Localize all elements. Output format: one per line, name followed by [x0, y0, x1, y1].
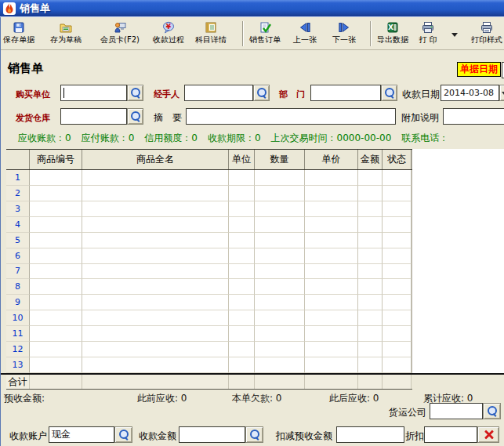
grid-cell[interactable]	[229, 279, 255, 295]
grid-cell[interactable]	[82, 342, 229, 357]
grid-cell[interactable]	[358, 279, 383, 295]
export-data-button[interactable]: X 导出数据	[375, 20, 411, 49]
grid-cell[interactable]	[358, 186, 383, 201]
grid-cell[interactable]	[358, 342, 383, 357]
grid-cell[interactable]	[30, 326, 82, 342]
column-header-2[interactable]: 商品全名	[82, 150, 229, 169]
grid-cell[interactable]	[383, 310, 412, 326]
table-row[interactable]: 12	[6, 342, 412, 357]
grid-cell[interactable]	[229, 357, 255, 373]
grid-cell[interactable]	[82, 264, 229, 280]
grid-cell[interactable]	[229, 170, 255, 186]
grid-cell[interactable]	[229, 201, 255, 217]
grid-cell[interactable]	[383, 326, 412, 342]
grid-cell[interactable]	[255, 357, 305, 373]
table-row[interactable]: 5	[6, 233, 412, 248]
summary-input[interactable]	[186, 108, 396, 125]
payment-account-lookup-button[interactable]	[114, 426, 132, 443]
grid-cell[interactable]	[383, 264, 412, 280]
grid-cell[interactable]	[305, 279, 358, 295]
grid-cell[interactable]	[255, 201, 305, 217]
payment-amount-lookup-button[interactable]	[245, 426, 263, 443]
table-row[interactable]: 8	[6, 279, 412, 295]
column-header-1[interactable]: 商品编号	[30, 150, 82, 169]
grid-cell[interactable]	[305, 326, 358, 342]
grid-cell[interactable]	[358, 248, 383, 264]
grid-cell[interactable]	[255, 326, 305, 342]
grid-cell[interactable]	[383, 217, 412, 233]
grid-cell[interactable]	[305, 170, 358, 186]
grid-cell[interactable]	[305, 310, 358, 326]
grid-cell[interactable]	[30, 201, 82, 217]
prev-button[interactable]: 上一张	[289, 20, 321, 49]
freight-lookup-button[interactable]	[483, 403, 501, 419]
grid-cell[interactable]	[255, 248, 305, 264]
save-button[interactable]: 保存单据	[1, 20, 37, 49]
grid-cell[interactable]	[229, 295, 255, 310]
column-header-4[interactable]: 数量	[255, 150, 305, 169]
table-row[interactable]: 4	[6, 217, 412, 233]
grid-cell[interactable]	[255, 295, 305, 310]
grid-cell[interactable]	[358, 326, 383, 342]
handler-lookup-button[interactable]	[253, 85, 270, 101]
sales-order-button[interactable]: 销售订单	[246, 20, 284, 49]
grid-cell[interactable]	[305, 264, 358, 280]
handler-input[interactable]	[184, 85, 253, 101]
table-row[interactable]: 2	[6, 186, 412, 201]
grid-cell[interactable]	[30, 186, 82, 201]
grid-cell[interactable]	[305, 357, 358, 373]
grid-cell[interactable]	[255, 342, 305, 357]
grid-cell[interactable]	[383, 248, 412, 264]
grid-cell[interactable]	[30, 233, 82, 248]
grid-cell[interactable]	[82, 279, 229, 295]
grid-cell[interactable]	[358, 295, 383, 310]
freight-company-input[interactable]	[430, 403, 483, 419]
payment-process-button[interactable]: ¥ 收款过程	[150, 20, 187, 49]
grid-cell[interactable]	[255, 279, 305, 295]
grid-cell[interactable]	[383, 279, 412, 295]
payment-amount-input[interactable]	[179, 426, 245, 443]
grid-cell[interactable]	[82, 326, 229, 342]
grid-cell[interactable]	[30, 342, 82, 357]
grid-cell[interactable]	[82, 248, 229, 264]
table-row[interactable]: 1	[6, 170, 412, 186]
grid-cell[interactable]	[358, 310, 383, 326]
department-lookup-button[interactable]	[381, 85, 397, 101]
grid-cell[interactable]	[30, 279, 82, 295]
grid-cell[interactable]	[358, 201, 383, 217]
row-number[interactable]: 12	[6, 342, 30, 357]
table-row[interactable]: 13	[6, 357, 412, 373]
grid-cell[interactable]	[82, 217, 229, 233]
account-detail-button[interactable]: 科目详情	[192, 20, 230, 49]
grid-cell[interactable]	[383, 201, 412, 217]
row-number[interactable]: 11	[6, 326, 30, 342]
warehouse-lookup-button[interactable]	[127, 108, 143, 125]
grid-cell[interactable]	[82, 295, 229, 310]
row-number[interactable]: 8	[6, 279, 30, 295]
grid-cell[interactable]	[305, 201, 358, 217]
grid-cell[interactable]	[255, 310, 305, 326]
grid-cell[interactable]	[30, 217, 82, 233]
column-header-6[interactable]: 金额	[358, 150, 383, 169]
grid-cell[interactable]	[383, 357, 412, 373]
grid-cell[interactable]	[358, 170, 383, 186]
grid-cell[interactable]	[30, 170, 82, 186]
save-draft-button[interactable]: 存为草稿	[48, 20, 84, 49]
table-row[interactable]: 7	[6, 264, 412, 280]
grid-cell[interactable]	[305, 342, 358, 357]
grid-cell[interactable]	[30, 295, 82, 310]
row-number[interactable]: 6	[6, 248, 30, 264]
grid-cell[interactable]	[82, 233, 229, 248]
row-number[interactable]: 5	[6, 233, 30, 248]
grid-cell[interactable]	[82, 357, 229, 373]
row-number[interactable]: 10	[6, 310, 30, 326]
grid-cell[interactable]	[229, 186, 255, 201]
grid-cell[interactable]	[383, 233, 412, 248]
grid-cell[interactable]	[358, 217, 383, 233]
grid-cell[interactable]	[229, 310, 255, 326]
grid-cell[interactable]	[383, 295, 412, 310]
grid-cell[interactable]	[82, 186, 229, 201]
buyer-lookup-button[interactable]	[127, 85, 143, 101]
department-input[interactable]	[310, 85, 381, 101]
grid-cell[interactable]	[255, 264, 305, 280]
